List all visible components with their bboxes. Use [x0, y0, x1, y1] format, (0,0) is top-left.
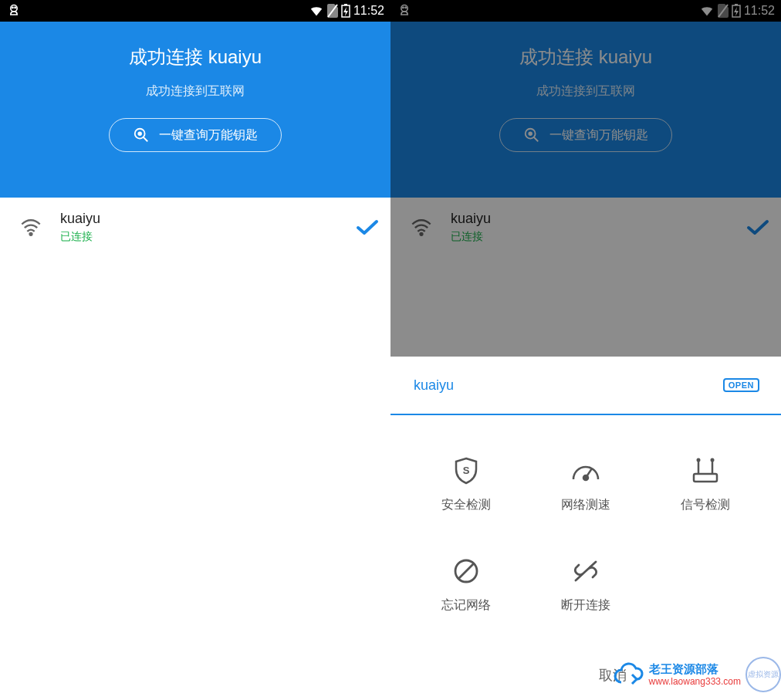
- action-label: 忘记网络: [441, 597, 491, 614]
- battery-charging-icon: [341, 4, 350, 18]
- forbid-icon: [452, 557, 480, 585]
- action-grid: S 安全检测 网络测速 信号检测 忘记网络 断开连接: [390, 415, 781, 634]
- svg-line-29: [458, 563, 474, 579]
- watermark-stamp: 虚拟资源: [746, 657, 781, 692]
- svg-rect-5: [344, 4, 347, 5]
- action-security-check[interactable]: S 安全检测: [406, 434, 526, 534]
- watermark-name: 老王资源部落: [649, 662, 741, 676]
- header-title: 成功连接 kuaiyu: [129, 45, 262, 69]
- sheet-header: kuaiyu OPEN: [390, 357, 781, 415]
- watermark: 老王资源部落 www.laowang333.com 虚拟资源: [612, 657, 781, 692]
- svg-point-2: [15, 7, 15, 8]
- wifi-icon: [20, 218, 42, 236]
- router-icon: [691, 457, 720, 485]
- wifi-action-sheet: kuaiyu OPEN S 安全检测 网络测速 信号检测 忘记网络 断开连: [390, 357, 781, 700]
- svg-rect-25: [694, 474, 717, 482]
- svg-point-8: [138, 132, 141, 135]
- svg-point-1: [12, 7, 13, 8]
- query-key-button[interactable]: 一键查询万能钥匙: [109, 118, 282, 152]
- svg-line-7: [144, 137, 148, 142]
- wifi-status-icon: [309, 5, 324, 17]
- svg-point-9: [29, 233, 32, 235]
- header-subtitle: 成功连接到互联网: [146, 83, 245, 100]
- shield-icon: S: [453, 456, 479, 485]
- action-label: 信号检测: [681, 497, 730, 513]
- action-label: 网络测速: [561, 497, 610, 513]
- action-forget-network[interactable]: 忘记网络: [406, 534, 526, 634]
- action-signal-check[interactable]: 信号检测: [646, 434, 766, 534]
- search-key-icon: [133, 127, 150, 144]
- face-icon: [6, 3, 22, 19]
- watermark-url: www.laowang333.com: [649, 676, 741, 687]
- connection-header: 成功连接 kuaiyu 成功连接到互联网 一键查询万能钥匙: [0, 22, 390, 198]
- phone-left: 11:52 成功连接 kuaiyu 成功连接到互联网 一键查询万能钥匙 kuai…: [0, 0, 390, 700]
- wifi-status: 已连接: [60, 230, 355, 244]
- sheet-title: kuaiyu: [414, 377, 454, 394]
- svg-line-22: [586, 468, 592, 478]
- check-icon: [355, 218, 380, 236]
- unlink-icon: [571, 557, 600, 585]
- wifi-list-item[interactable]: kuaiyu 已连接: [0, 198, 390, 256]
- action-disconnect[interactable]: 断开连接: [526, 534, 645, 634]
- cloud-icon: [612, 661, 646, 688]
- action-label: 安全检测: [441, 497, 491, 513]
- clock-text: 11:52: [353, 4, 384, 18]
- open-badge: OPEN: [723, 378, 759, 392]
- action-label: 断开连接: [561, 597, 610, 614]
- wifi-name: kuaiyu: [60, 211, 355, 227]
- phone-right: 11:52 成功连接 kuaiyu 成功连接到互联网 一键查询万能钥匙 kuai…: [390, 0, 781, 700]
- query-key-label: 一键查询万能钥匙: [159, 127, 258, 144]
- svg-point-26: [697, 458, 701, 462]
- gauge-icon: [570, 458, 601, 484]
- action-speed-test[interactable]: 网络测速: [526, 434, 645, 534]
- status-bar: 11:52: [0, 0, 390, 22]
- svg-point-27: [711, 458, 715, 462]
- sim-icon: [327, 4, 338, 18]
- svg-point-0: [11, 5, 17, 12]
- svg-text:S: S: [462, 465, 469, 476]
